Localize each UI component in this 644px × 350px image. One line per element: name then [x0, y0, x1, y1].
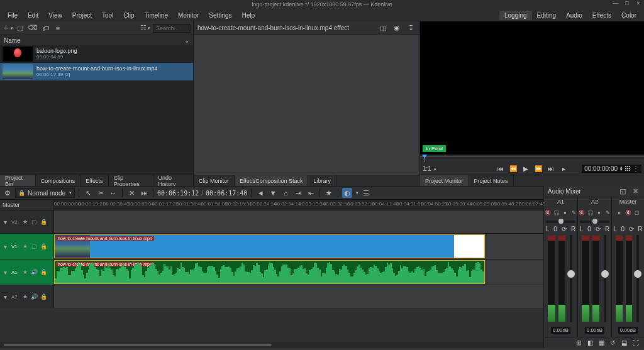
timeline-scrollbar[interactable] [0, 342, 543, 348]
play-button[interactable]: ▶ [521, 164, 530, 173]
headphone-icon[interactable]: 🎧 [587, 209, 594, 216]
bin-item[interactable]: how-to-create-mount-and-burn-isos-in-lin… [0, 63, 193, 80]
tab-library[interactable]: Library [308, 175, 336, 186]
lock-icon[interactable]: 🔒 [40, 293, 48, 300]
monitor-timecode[interactable]: 00:00:00:00 ▴▾ ⋮ [582, 165, 641, 173]
view-mode-button[interactable]: ☷▾ [140, 23, 150, 33]
down-icon[interactable]: ▼ [268, 188, 278, 198]
star-icon[interactable]: ★ [21, 293, 29, 300]
forward-button[interactable]: ⏩ [534, 164, 543, 173]
add-clip-button[interactable]: ＋▾ [3, 23, 13, 33]
tab-project-notes[interactable]: Project Notes [469, 175, 514, 186]
db-value[interactable]: 0.00dB [585, 327, 604, 334]
timeline-position[interactable]: 00:06:19:12 [157, 190, 199, 197]
workspace-logging[interactable]: Logging [499, 11, 532, 20]
monitor-viewport[interactable]: In Point [420, 21, 644, 155]
monitor-ruler[interactable] [420, 155, 644, 162]
mute-icon[interactable]: 🔇 [625, 209, 631, 216]
pan-slider[interactable] [546, 221, 576, 223]
lock-icon[interactable]: 🔒 [40, 218, 48, 226]
expand-icon[interactable]: ▾ [3, 219, 8, 226]
folder-button[interactable]: ▢ [15, 23, 25, 33]
favorite-icon[interactable]: ★ [324, 188, 334, 198]
track-header-v1[interactable]: ▾ V1 ★ ▢ 🔒 [0, 234, 54, 259]
workspace-color[interactable]: Color [616, 11, 641, 20]
maximize-button[interactable]: □ [624, 0, 630, 6]
tab-compositions[interactable]: Compositions [36, 175, 81, 186]
video-clip[interactable]: how-to-create-mount-and-burn-isos-in-lin… [54, 234, 485, 258]
menu-timeline[interactable]: Timeline [140, 11, 173, 20]
playhead-marker[interactable] [425, 155, 425, 162]
timeline-view-icon[interactable]: ☰ [361, 188, 371, 198]
menu-clip[interactable]: Clip [118, 11, 139, 20]
track-v1[interactable]: how-to-create-mount-and-burn-isos-in-lin… [54, 234, 543, 259]
mark-out-icon[interactable]: ⇤ [306, 188, 316, 198]
monitor-icon[interactable]: ▢ [633, 209, 640, 216]
pan-slider[interactable] [580, 221, 610, 223]
track-a2[interactable] [54, 285, 543, 308]
rec-icon[interactable]: ✎ [604, 209, 611, 216]
track-header-v2[interactable]: ▾ V2 ★ ▢ 🔒 [0, 211, 54, 233]
audio-clip[interactable]: how-to-create-mount-and-burn-isos-in-lin… [54, 260, 485, 284]
lock-icon[interactable]: 🔒 [40, 243, 48, 250]
menu-tool[interactable]: Tool [97, 11, 118, 20]
grid-icon[interactable] [625, 166, 630, 171]
options-icon[interactable]: ⋮ [633, 165, 639, 172]
track-header-a2[interactable]: ▾ A2 ★ 🔊 🔒 [0, 285, 54, 308]
razor-tool[interactable]: ✂ [96, 188, 106, 198]
footer-icon-6[interactable]: ⛶ [633, 339, 640, 347]
mark-in-icon[interactable]: ⇥ [293, 188, 303, 198]
spacer-tool[interactable]: ↔ [108, 188, 118, 198]
close-button[interactable]: × [635, 0, 641, 6]
menu-settings[interactable]: Settings [204, 11, 236, 20]
track-a1[interactable]: how-to-create-mount-and-burn-isos-in-lin… [54, 260, 543, 285]
group-icon[interactable]: ⌂ [280, 188, 291, 198]
expand-icon[interactable]: ▾ [3, 293, 8, 300]
menu-edit[interactable]: Edit [23, 11, 43, 20]
expand-icon[interactable]: ▾ [3, 243, 8, 250]
speaker-icon[interactable]: 🔊 [31, 293, 38, 300]
menu-help[interactable]: Help [237, 11, 260, 20]
expand-icon[interactable]: ▸ [616, 209, 623, 216]
tab-undo-history[interactable]: Undo History [153, 175, 194, 186]
tab-effects[interactable]: Effects [80, 175, 108, 186]
footer-icon-1[interactable]: ⊞ [576, 339, 584, 347]
timeline-ruler[interactable]: 00:00:00:0000:00:19:2100:00:38:4300:00:5… [54, 200, 543, 210]
tag-button[interactable]: 🏷 [40, 23, 50, 33]
footer-icon-5[interactable]: ⬓ [621, 339, 629, 347]
tab-clip-monitor[interactable]: Clip Monitor [194, 175, 235, 186]
star-icon[interactable]: ★ [21, 243, 29, 250]
expand-icon[interactable]: ▾ [3, 269, 8, 276]
mute-icon[interactable]: ▢ [31, 218, 38, 226]
track-header-a1[interactable]: ▾ A1 ★ 🔊 🔒 [0, 260, 54, 285]
edit-mode-select[interactable]: 🔒 Normal mode ▾ [15, 188, 75, 198]
search-input[interactable] [153, 24, 191, 33]
workspace-audio[interactable]: Audio [561, 11, 587, 20]
master-track-header[interactable]: Master [0, 200, 54, 210]
workspace-editing[interactable]: Editing [532, 11, 562, 20]
snap-button[interactable]: ⏭ [139, 188, 149, 198]
speaker-icon[interactable]: 🔊 [31, 268, 38, 276]
visibility-icon[interactable]: ◉ [392, 23, 402, 33]
minimize-button[interactable]: — [613, 0, 619, 6]
save-icon[interactable]: ↧ [406, 23, 416, 33]
headphone-icon[interactable]: 🎧 [553, 209, 560, 216]
rec-icon[interactable]: ✎ [570, 209, 577, 216]
bin-item[interactable]: baloon-logo.png 00:00:04:59 [0, 45, 193, 63]
footer-icon-3[interactable]: ▦ [599, 339, 606, 347]
zone-in-button[interactable]: ▸ [559, 164, 568, 173]
db-value[interactable]: 0.00dB [551, 327, 570, 334]
seek-start-button[interactable]: ⏮ [496, 164, 505, 173]
footer-icon-2[interactable]: ◧ [587, 339, 595, 347]
tab-effect-stack[interactable]: Effect/Composition Stack [235, 175, 308, 186]
select-tool[interactable]: ↖ [83, 188, 93, 198]
star-icon[interactable]: ★ [21, 268, 29, 276]
lock-icon[interactable]: 🔒 [40, 268, 48, 276]
star-icon[interactable]: ★ [21, 218, 29, 226]
db-value[interactable]: 0.00dB [618, 327, 638, 334]
track-v2[interactable] [54, 211, 543, 233]
menu-project[interactable]: Project [67, 11, 97, 20]
menu-file[interactable]: File [3, 11, 23, 20]
tab-project-monitor[interactable]: Project Monitor [420, 175, 469, 186]
undock-icon[interactable]: ◱ [618, 187, 628, 197]
